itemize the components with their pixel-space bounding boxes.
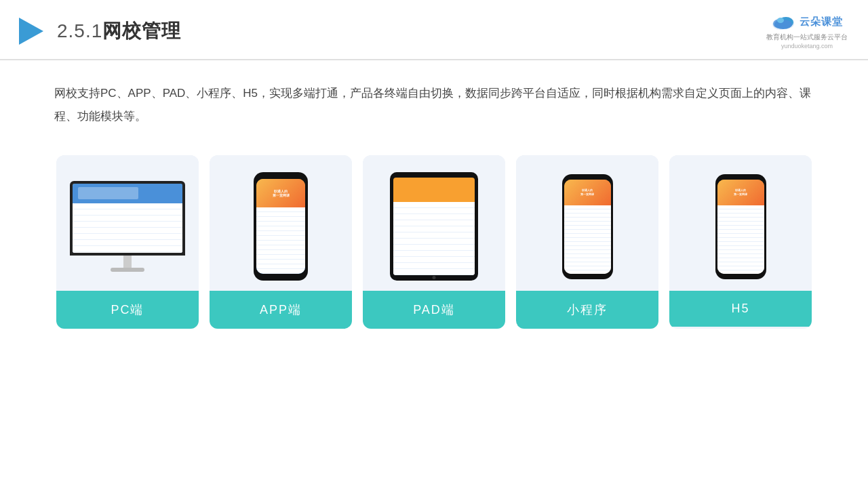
description-text: 网校支持PC、APP、PAD、小程序、H5，实现多端打通，产品各终端自由切换，数… <box>0 60 868 142</box>
card-app-image: 职通人的第一堂网课 <box>210 155 352 291</box>
logo-area: 云朵课堂 教育机构一站式服务云平台 yunduoketang.com <box>766 12 848 49</box>
tablet-device <box>390 172 478 281</box>
logo-tagline: 教育机构一站式服务云平台 <box>766 33 848 42</box>
play-icon <box>14 15 46 47</box>
cards-container: PC端 职通人的第一堂网课 APP端 PAD端 <box>0 142 868 349</box>
monitor-screen-inner <box>73 184 182 253</box>
card-miniprogram: 职通人的第一堂网课 小程序 <box>516 155 658 329</box>
card-pc-label: PC端 <box>56 291 199 329</box>
monitor-device <box>70 181 185 272</box>
monitor-base <box>111 268 144 272</box>
svg-point-7 <box>777 18 784 23</box>
miniphone-device: 职通人的第一堂网课 <box>562 174 613 279</box>
card-pad-image <box>363 155 505 291</box>
phone-screen: 职通人的第一堂网课 <box>256 179 305 274</box>
svg-marker-0 <box>19 18 43 45</box>
card-pc-image <box>56 155 199 291</box>
card-pc: PC端 <box>56 155 199 329</box>
phone-screen-orange: 职通人的第一堂网课 <box>256 179 305 207</box>
h5-phone-banner: 职通人的第一堂网课 <box>717 180 764 206</box>
phone-device: 职通人的第一堂网课 <box>254 172 308 281</box>
card-miniprogram-label: 小程序 <box>516 291 658 329</box>
phone-notch <box>273 175 288 178</box>
card-h5-label: H5 <box>669 291 812 327</box>
cloud-logo-icon <box>771 12 795 31</box>
card-app-label: APP端 <box>210 291 352 329</box>
card-app: 职通人的第一堂网课 APP端 <box>210 155 352 329</box>
h5-phone-screen: 职通人的第一堂网课 <box>717 180 764 274</box>
mini-phone-notch <box>580 177 594 180</box>
tablet-screen <box>393 178 475 275</box>
logo-cloud: 云朵课堂 <box>771 12 843 31</box>
card-pad-label: PAD端 <box>363 291 505 329</box>
monitor-neck <box>123 256 132 268</box>
card-pad: PAD端 <box>363 155 505 329</box>
logo-name: 云朵课堂 <box>800 16 843 28</box>
monitor-screen-content <box>73 184 182 253</box>
h5phone-device: 职通人的第一堂网课 <box>715 174 766 279</box>
page-title: 2.5.1网校管理 <box>57 18 181 44</box>
card-miniprogram-image: 职通人的第一堂网课 <box>516 155 658 291</box>
logo-url: yunduoketang.com <box>781 43 833 49</box>
header-left: 2.5.1网校管理 <box>14 15 181 47</box>
tablet-camera <box>433 276 436 279</box>
h5-phone-notch <box>734 177 747 180</box>
card-h5-image: 职通人的第一堂网课 <box>669 155 812 291</box>
mini-phone-screen: 职通人的第一堂网课 <box>564 180 611 274</box>
monitor-screen-outer <box>70 181 185 256</box>
page-header: 2.5.1网校管理 云朵课堂 教育机构一站式服务云平台 yunduoketang… <box>0 0 868 60</box>
mini-phone-banner: 职通人的第一堂网课 <box>564 180 611 206</box>
card-h5: 职通人的第一堂网课 H5 <box>669 155 812 329</box>
